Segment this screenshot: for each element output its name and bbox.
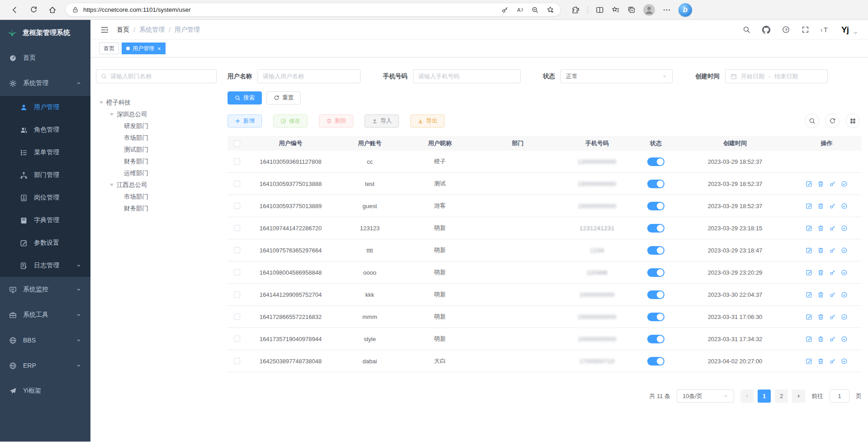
font-size-icon[interactable]: tT (821, 26, 830, 33)
sidebar-item-bbs[interactable]: BBS (0, 328, 90, 353)
status-toggle[interactable] (647, 246, 664, 255)
browser-home-button[interactable] (44, 2, 61, 18)
reset-button[interactable]: 重置 (266, 91, 301, 105)
sidebar-item-tools[interactable]: 系统工具 (0, 302, 90, 328)
edit-icon[interactable] (806, 291, 812, 298)
row-check[interactable] (234, 291, 240, 298)
status-toggle[interactable] (647, 224, 664, 233)
assign-check-circle-icon[interactable] (841, 314, 848, 320)
row-check[interactable] (234, 203, 240, 209)
extensions-icon[interactable] (572, 6, 580, 14)
next-page-button[interactable] (792, 390, 805, 403)
search-button[interactable]: 搜索 (228, 91, 262, 105)
delete-icon[interactable] (817, 269, 824, 276)
sidebar-item-roles[interactable]: 角色管理 (0, 119, 90, 141)
menu-fold-icon[interactable] (100, 26, 109, 34)
tree-expand-caret-icon[interactable] (110, 113, 114, 116)
import-button[interactable]: 导入 (365, 114, 399, 128)
tree-expand-caret-icon[interactable] (110, 184, 114, 186)
table-refresh-button[interactable] (825, 114, 840, 128)
sidebar-item-menus[interactable]: 菜单管理 (0, 141, 90, 164)
delete-icon[interactable] (817, 314, 824, 320)
row-check[interactable] (234, 158, 240, 165)
edit-icon[interactable] (806, 247, 812, 254)
sidebar-item-logs[interactable]: 日志管理 (0, 254, 90, 277)
department-search-box[interactable] (96, 69, 217, 83)
tree-node-root[interactable]: 橙子科技 (96, 97, 217, 109)
reset-password-key-icon[interactable] (829, 203, 836, 209)
reset-password-key-icon[interactable] (829, 181, 836, 187)
row-check[interactable] (234, 269, 240, 276)
row-check[interactable] (234, 358, 240, 364)
row-check[interactable] (234, 247, 240, 253)
reset-password-key-icon[interactable] (829, 247, 836, 254)
url-text[interactable]: https://ccnetcore.com:1101/system/user (83, 6, 497, 13)
status-toggle[interactable] (647, 335, 664, 343)
sidebar-item-erp[interactable]: ERP (0, 353, 90, 378)
delete-icon[interactable] (817, 225, 824, 232)
goto-page-input[interactable] (830, 390, 849, 403)
status-toggle[interactable] (647, 357, 664, 366)
status-toggle[interactable] (647, 313, 664, 321)
edit-icon[interactable] (806, 269, 812, 276)
reset-password-key-icon[interactable] (829, 314, 836, 320)
avatar-caret-down-icon[interactable] (853, 30, 858, 35)
delete-icon[interactable] (817, 358, 824, 365)
tree-node-branch[interactable]: 江西总公司 (96, 179, 217, 191)
assign-check-circle-icon[interactable] (841, 181, 848, 187)
reset-password-key-icon[interactable] (829, 336, 836, 342)
tree-node-leaf[interactable]: 市场部门 (96, 132, 217, 144)
breadcrumb-home[interactable]: 首页 (117, 26, 129, 34)
breadcrumb-system[interactable]: 系统管理 (139, 26, 165, 34)
page-button-1[interactable]: 1 (758, 390, 771, 403)
sidebar-item-departments[interactable]: 部门管理 (0, 164, 90, 186)
sidebar-item-system[interactable]: 系统管理 (0, 71, 90, 96)
sidebar-item-monitor[interactable]: 系统监控 (0, 277, 90, 302)
delete-icon[interactable] (817, 247, 824, 254)
fullscreen-icon[interactable] (802, 26, 809, 33)
copilot-bing-icon[interactable]: b (678, 3, 692, 17)
table-search-toggle-button[interactable] (805, 114, 819, 128)
tree-expand-caret-icon[interactable] (100, 101, 103, 104)
collections-icon[interactable] (627, 6, 636, 14)
page-size-select[interactable]: 10条/页 (677, 390, 734, 403)
row-check[interactable] (234, 225, 240, 231)
status-toggle[interactable] (647, 157, 664, 166)
sidebar-item-users[interactable]: 用户管理 (0, 96, 90, 119)
delete-icon[interactable] (817, 336, 824, 342)
header-search-icon[interactable] (743, 26, 750, 33)
assign-check-circle-icon[interactable] (841, 225, 848, 232)
delete-icon[interactable] (817, 291, 824, 298)
edit-icon[interactable] (806, 358, 812, 365)
export-button[interactable]: 导出 (410, 114, 445, 128)
read-aloud-icon[interactable]: A (516, 6, 524, 14)
delete-button[interactable]: 删除 (319, 114, 353, 128)
reset-password-key-icon[interactable] (829, 225, 836, 232)
split-screen-icon[interactable] (596, 6, 604, 14)
tree-node-branch[interactable]: 深圳总公司 (96, 109, 217, 120)
status-select[interactable]: 正常 (560, 69, 673, 83)
browser-menu-dots-icon[interactable] (663, 6, 671, 14)
status-toggle[interactable] (647, 180, 664, 188)
tree-node-leaf[interactable]: 测试部门 (96, 144, 217, 156)
reset-password-key-icon[interactable] (829, 269, 836, 276)
browser-refresh-button[interactable] (25, 2, 42, 18)
address-bar[interactable]: https://ccnetcore.com:1101/system/user A (65, 3, 561, 17)
assign-check-circle-icon[interactable] (841, 336, 848, 342)
reset-password-key-icon[interactable] (829, 291, 836, 298)
page-button-2[interactable]: 2 (775, 390, 788, 403)
table-columns-button[interactable] (845, 114, 860, 128)
reset-password-key-icon[interactable] (829, 358, 836, 365)
zoom-out-icon[interactable] (531, 6, 539, 14)
browser-back-button[interactable] (6, 2, 23, 18)
sidebar-item-posts[interactable]: 岗位管理 (0, 186, 90, 209)
tab-home[interactable]: 首页 (99, 43, 119, 54)
assign-check-circle-icon[interactable] (841, 247, 848, 254)
tree-node-leaf[interactable]: 市场部门 (96, 191, 217, 203)
delete-icon[interactable] (817, 203, 824, 209)
username-input[interactable] (257, 69, 360, 83)
status-toggle[interactable] (647, 290, 664, 299)
row-check[interactable] (234, 336, 240, 342)
add-button[interactable]: 新增 (228, 114, 262, 128)
sidebar-item-yi-framework[interactable]: Yi框架 (0, 378, 90, 404)
